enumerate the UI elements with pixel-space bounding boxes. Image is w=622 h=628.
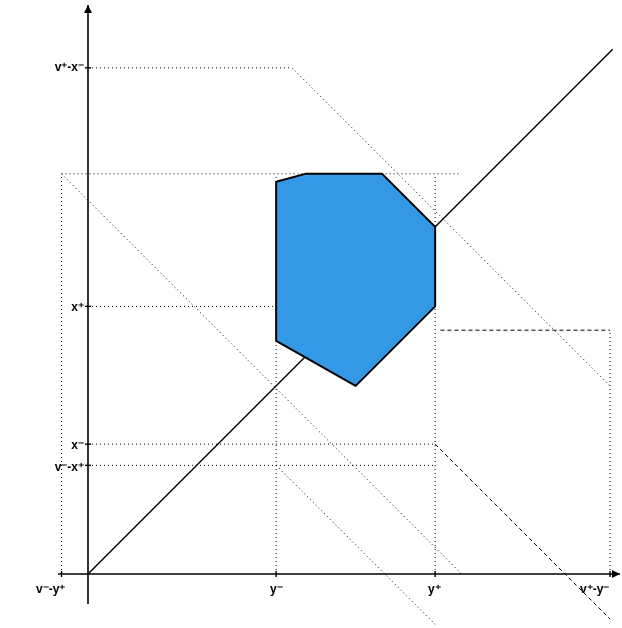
x-tick-ym: y⁻ — [270, 582, 283, 596]
x-tick-yp: y⁺ — [428, 582, 441, 596]
feasible-region — [276, 174, 435, 386]
x-tick-vm-yp: v⁻-y⁺ — [36, 582, 65, 596]
y-tick-xp: x⁺ — [68, 300, 84, 314]
diagram-stage: v⁻-y⁺ y⁻ y⁺ v⁺-y⁻ v⁻-x⁺ x⁻ x⁺ v⁺-x⁻ — [0, 0, 622, 628]
y-axis-arrow-icon — [84, 5, 92, 13]
y-tick-vp-xm: v⁺-x⁻ — [48, 60, 84, 74]
y-tick-vm-xp: v⁻-x⁺ — [48, 460, 84, 474]
x-tick-vp-ym: v⁺-y⁻ — [580, 582, 609, 596]
y-tick-xm: x⁻ — [68, 438, 84, 452]
x-axis-arrow-icon — [612, 570, 620, 578]
diagram-svg — [0, 0, 622, 628]
diag-lower-dot — [276, 465, 435, 624]
